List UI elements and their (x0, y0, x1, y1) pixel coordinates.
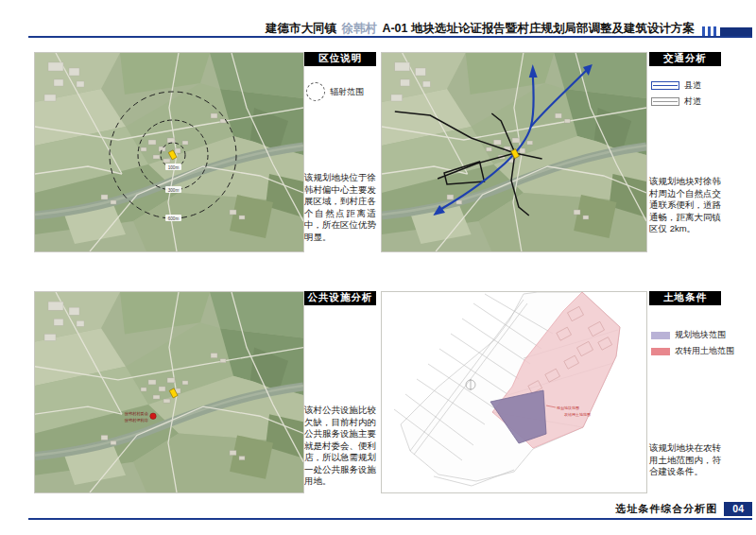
page-header: 建德市大同镇 徐韩村 A-01 地块选址论证报告暨村庄规划局部调整及建筑设计方案 (28, 20, 752, 36)
traffic-satellite-map (381, 52, 647, 252)
facility-poi-dot (150, 413, 156, 419)
facilities-panel: 公共设施分析 该村公共设施比较欠缺，目前村内的公共服务设施主要就是村委会、便利店… (304, 291, 376, 492)
report-page: 建德市大同镇 徐韩村 A-01 地块选址论证报告暨村庄规划局部调整及建筑设计方案… (0, 0, 756, 535)
plot-range-swatch-icon (651, 332, 670, 339)
traffic-description: 该规划地块对徐韩村周边个自然点交通联系便利，道路通畅，距离大同镇区仅 2km。 (649, 176, 721, 235)
farmland-range-label: 农转用土地范围 (675, 345, 734, 357)
location-panel: 区位说明 辐射范围 该规划地块位于徐韩村偏中心主要发展区域，到村庄各个自然点距离… (304, 52, 376, 250)
title-part2: A-01 地块选址论证报告暨村庄规划局部调整及建筑设计方案 (379, 22, 695, 35)
facilities-description: 该村公共设施比较欠缺，目前村内的公共服务设施主要就是村委会、便利店，所以急需规划… (304, 405, 376, 488)
page-number: 04 (724, 502, 752, 516)
page-footer: 选址条件综合分析图 04 (615, 501, 752, 516)
page-title: 建德市大同镇 徐韩村 A-01 地块选址论证报告暨村庄规划局部调整及建筑设计方案 (266, 22, 695, 36)
county-road-icon (651, 81, 679, 90)
radius-legend-item: 辐射范围 (306, 82, 364, 101)
land-description: 该规划地块在农转用土地范围内，符合建设条件。 (649, 442, 721, 478)
facilities-panel-header: 公共设施分析 (304, 291, 376, 305)
farmland-range-legend-item: 农转用土地范围 (651, 345, 734, 357)
village-road-label: 村道 (684, 95, 701, 108)
ring-label-600m: 600m (168, 216, 180, 221)
header-accent-block (720, 27, 752, 36)
location-panel-title: 区位说明 (318, 52, 362, 65)
footer-rule (28, 518, 752, 520)
title-village-name: 徐韩村 (341, 22, 377, 35)
plot-range-label: 规划地块范围 (675, 329, 726, 341)
radius-legend-label: 辐射范围 (330, 86, 364, 98)
facilities-satellite-map: 徐韩村村委会 徐韩村便利店 (34, 291, 304, 493)
land-panel-title: 土地条件 (663, 291, 707, 304)
traffic-panel-title: 交通分析 (663, 52, 707, 65)
header-rule (28, 36, 752, 38)
land-cadastral-map: 规划地块范围 农转用土地范围 (381, 291, 647, 493)
location-satellite-map: 100m 300m 600m (34, 52, 304, 252)
location-description: 该规划地块位于徐韩村偏中心主要发展区域，到村庄各个自然点距离适中，所在区位优势明… (304, 172, 376, 243)
land-panel: 土地条件 规划地块范围 农转用土地范围 该规划地块在农转用土地范围内，符合建设条… (649, 291, 721, 492)
footer-caption: 选址条件综合分析图 (615, 502, 717, 516)
facilities-panel-title: 公共设施分析 (308, 291, 373, 304)
ring-label-300m: 300m (168, 188, 180, 193)
traffic-panel: 交通分析 县道 村道 该规划地块对徐韩村周边个自然点交通联系便利，道路通畅，距离… (649, 52, 721, 250)
farmland-annotation-label: 农转用土地范围 (564, 412, 591, 417)
village-road-legend-item: 村道 (651, 95, 701, 108)
ring-label-100m: 100m (168, 165, 180, 170)
header-bars-icon (699, 26, 716, 36)
dashed-circle-icon (306, 82, 325, 101)
title-part1: 建德市大同镇 (266, 22, 339, 35)
land-panel-header: 土地条件 (649, 291, 721, 305)
traffic-panel-header: 交通分析 (649, 52, 721, 66)
plot-range-legend-item: 规划地块范围 (651, 329, 726, 341)
facility-labels: 徐韩村村委会 徐韩村便利店 (125, 411, 149, 423)
county-road-legend-item: 县道 (651, 79, 701, 92)
county-road-label: 县道 (684, 79, 701, 92)
village-road-icon (651, 97, 679, 106)
location-panel-header: 区位说明 (304, 52, 376, 66)
farmland-range-swatch-icon (651, 348, 670, 355)
